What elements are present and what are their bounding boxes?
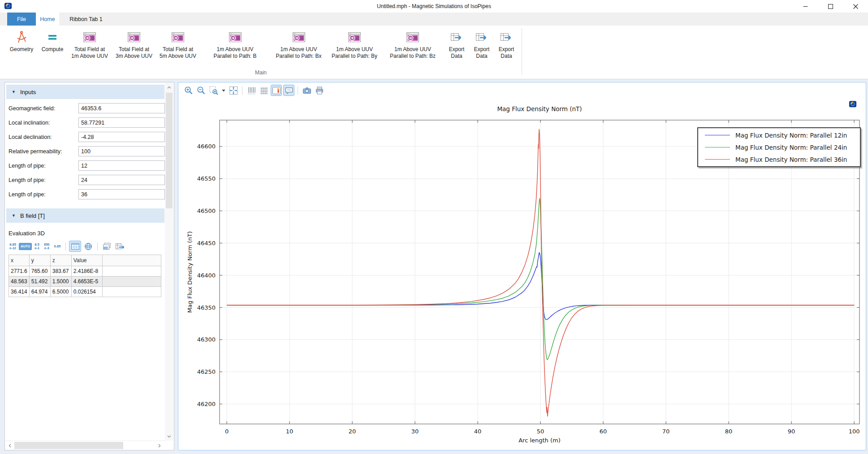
ribbon-button-1m-above-uuv-parallel-to-path-bz[interactable]: 1m Above UUV Parallel to Path: Bz: [382, 28, 444, 59]
settings-horizontal-scrollbar[interactable]: [5, 441, 166, 450]
svg-text:0: 0: [225, 428, 229, 435]
legend-entry: Mag Flux Density Norm: Parallel 12in: [698, 129, 860, 141]
svg-text:70: 70: [662, 428, 670, 435]
scroll-right-button[interactable]: [155, 441, 164, 450]
ribbon-button-1m-above-uuv-parallel-to-path-bx[interactable]: 1m Above UUV Parallel to Path: Bx: [270, 28, 327, 59]
scroll-down-button[interactable]: [165, 432, 173, 441]
x-axis-label: Arc length (m): [220, 437, 859, 444]
ribbon-button-total-field-at-1m-above-uuv[interactable]: Total Field at 1m Above UUV: [67, 28, 112, 59]
workspace: ▼ Inputs Geomagnetic field:Local inclina…: [0, 79, 868, 454]
tab-home[interactable]: Home: [36, 13, 59, 26]
ribbon-button-label: 1m Above UUV Parallel to Path: B: [213, 46, 256, 59]
ribbon-button-1m-above-uuv-parallel-to-path-b[interactable]: 1m Above UUV Parallel to Path: B: [200, 28, 270, 59]
results-table: xyzValue2771.6765.60383.672.4186E-848.56…: [9, 255, 161, 297]
table-cell: 2771.6: [9, 266, 30, 277]
field-input-length-of-pipe[interactable]: [78, 160, 165, 171]
export-table-icon[interactable]: [114, 241, 126, 252]
field-input-length-of-pipe[interactable]: [78, 175, 165, 185]
field-label: Local inclination:: [9, 120, 50, 126]
table-row[interactable]: 48.56351.4921.50004.6653E-5: [9, 277, 161, 287]
sphere-view-icon[interactable]: [82, 241, 94, 252]
toolbar-separator: [65, 242, 66, 251]
collapse-caret-icon: ▼: [12, 90, 16, 94]
table-cell: [102, 266, 161, 277]
table-cell: 48.563: [9, 277, 30, 287]
column-header[interactable]: Value: [71, 255, 102, 266]
ribbon-button-label: 1m Above UUV Parallel to Path: By: [332, 46, 377, 59]
maximize-button[interactable]: [818, 0, 843, 13]
precision-engineering-button[interactable]: 850 e-3: [42, 241, 52, 252]
section-header-b-field[interactable]: ▼ B field [T]: [6, 208, 164, 223]
settings-vertical-scrollbar[interactable]: [165, 83, 173, 441]
svg-text:46550: 46550: [197, 175, 216, 182]
ribbon-button-total-field-at-5m-above-uuv[interactable]: Total Field at 5m Above UUV: [156, 28, 200, 59]
ribbon-button-compute[interactable]: Compute: [38, 28, 67, 53]
svg-text:30: 30: [411, 428, 419, 435]
precision-decimal-button[interactable]: 0.85: [52, 243, 63, 250]
duplicate-table-icon[interactable]: [101, 241, 113, 252]
tab-file[interactable]: File: [7, 13, 36, 26]
export-table-icon: [450, 30, 463, 44]
titlebar: Untitled.mph - Magnetic Simulations of I…: [0, 0, 868, 13]
ribbon-button-label: Total Field at 3m Above UUV: [116, 46, 152, 59]
toolbar-separator: [97, 242, 98, 251]
precision-scientific-button[interactable]: 8.5 e-1: [33, 241, 41, 252]
export-table-icon: [475, 30, 488, 44]
section-title: Inputs: [20, 89, 36, 95]
field-input-relative-permeability[interactable]: [78, 146, 165, 156]
ribbon-button-export-data[interactable]: Export Data: [494, 28, 519, 59]
table-cell: 2.4186E-8: [71, 266, 102, 277]
minimize-icon: [803, 4, 808, 9]
close-icon: [853, 4, 858, 9]
column-header[interactable]: x: [9, 255, 30, 266]
form-row: Local declination:: [5, 132, 164, 143]
svg-text:60: 60: [600, 428, 607, 435]
field-input-length-of-pipe[interactable]: [78, 189, 165, 199]
ribbon-button-label: Total Field at 5m Above UUV: [160, 46, 196, 59]
y-axis-label: Mag Flux Density Norm (nT): [186, 231, 193, 313]
maximize-icon: [828, 4, 833, 9]
field-input-local-inclination[interactable]: [78, 117, 165, 128]
column-header[interactable]: [102, 255, 161, 266]
ribbon-button-geometry[interactable]: Geometry: [5, 28, 38, 53]
column-header[interactable]: z: [50, 255, 71, 266]
table-cell: 6.5000: [50, 287, 71, 297]
ribbon-group-main: GeometryComputeTotal Field at 1m Above U…: [5, 28, 519, 59]
table-header-row: xyzValue: [9, 255, 161, 266]
table-row[interactable]: 36.41464.9746.50000.026154: [9, 287, 161, 297]
close-button[interactable]: [843, 0, 868, 13]
svg-text:40: 40: [474, 428, 482, 435]
field-input-geomagnetic-field[interactable]: [78, 103, 165, 113]
ribbon-button-1m-above-uuv-parallel-to-path-by[interactable]: 1m Above UUV Parallel to Path: By: [327, 28, 382, 59]
column-header[interactable]: y: [29, 255, 50, 266]
table-cell: [102, 287, 161, 297]
scroll-left-button[interactable]: [5, 441, 14, 450]
svg-text:46250: 46250: [197, 368, 216, 375]
precision-auto-button[interactable]: AUTO: [19, 243, 32, 250]
ribbon-button-export-data[interactable]: Export Data: [444, 28, 470, 59]
legend-line-swatch: [705, 159, 730, 160]
svg-text:10: 10: [286, 428, 294, 435]
legend-entry: Mag Flux Density Norm: Parallel 36in: [698, 153, 860, 165]
section-header-inputs[interactable]: ▼ Inputs: [6, 85, 164, 99]
window-title: Untitled.mph - Magnetic Simulations of I…: [134, 3, 734, 9]
scroll-up-button[interactable]: [165, 83, 173, 92]
precision-full-button[interactable]: 8.85 e-12: [8, 241, 18, 252]
ribbon-button-label: Compute: [42, 46, 64, 53]
ribbon-tab-bar: File Home Ribbon Tab 1: [0, 13, 868, 26]
tab-ribbon-tab-1[interactable]: Ribbon Tab 1: [60, 13, 112, 26]
field-input-local-declination[interactable]: [78, 132, 165, 142]
vertical-scrollbar-thumb[interactable]: [166, 93, 173, 208]
legend-line-swatch: [705, 147, 730, 147]
svg-text:46300: 46300: [197, 336, 216, 343]
plot-window-icon: [406, 30, 419, 44]
field-label: Length of pipe:: [9, 177, 46, 183]
horizontal-scrollbar-thumb[interactable]: [14, 442, 123, 449]
ribbon-button-total-field-at-3m-above-uuv[interactable]: Total Field at 3m Above UUV: [112, 28, 156, 59]
minimize-button[interactable]: [793, 0, 818, 13]
form-row: Local inclination:: [5, 117, 164, 128]
table-row[interactable]: 2771.6765.60383.672.4186E-8: [9, 266, 161, 277]
table-view-icon[interactable]: [69, 241, 81, 252]
ribbon-button-label: Total Field at 1m Above UUV: [71, 46, 108, 59]
ribbon-button-export-data[interactable]: Export Data: [470, 28, 494, 59]
